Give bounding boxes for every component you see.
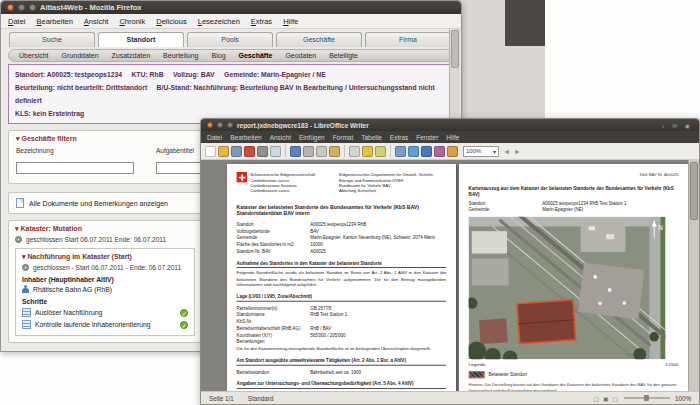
menu-item[interactable]: Chronik: [119, 17, 145, 26]
print-icon[interactable]: [257, 146, 268, 157]
menu-item[interactable]: Fenster: [416, 134, 438, 141]
minimize-icon[interactable]: [217, 122, 223, 128]
map-note: Hinweis: Die Darstellung basiert auf den…: [469, 382, 679, 391]
redo-icon[interactable]: [375, 146, 386, 157]
show-all-documents-link[interactable]: Alle Dokumente und Bemerkungen anzeigen: [29, 200, 168, 207]
back-arrow-icon[interactable]: ◄: [503, 148, 510, 155]
menu-item[interactable]: Hilfe: [446, 134, 459, 141]
main-tab-strip: Suche Standort Pools Geschäfte Firma: [1, 29, 461, 47]
minimize-icon[interactable]: [18, 4, 25, 11]
step-link[interactable]: Kontrolle laufende Inhaberorientierung: [35, 321, 176, 328]
tab-firma[interactable]: Firma: [365, 32, 451, 47]
writer-scrollbar[interactable]: [688, 160, 699, 391]
hyperlink-icon[interactable]: [408, 146, 419, 157]
menu-item[interactable]: Datei: [8, 17, 26, 26]
indicator-icons: ♪ ✉ ◉: [661, 122, 693, 129]
spellcheck-icon[interactable]: [290, 146, 301, 157]
scrollbar-thumb[interactable]: [690, 162, 698, 220]
zoom-select[interactable]: 100% ▾: [463, 146, 499, 157]
step-done-check-icon[interactable]: ✓: [180, 321, 188, 329]
maximize-icon[interactable]: [227, 122, 233, 128]
toolbar-separator: [344, 145, 345, 157]
chevron-down-icon: ▾: [493, 148, 496, 155]
open-icon[interactable]: [218, 146, 229, 157]
zoom-slider[interactable]: [624, 397, 670, 399]
row-label: Gemeinde: [237, 235, 311, 241]
table-icon[interactable]: [395, 146, 406, 157]
writer-menubar: DateiBearbeitenAnsichtEinfügenFormatTabe…: [201, 131, 699, 143]
tab-geschaefte[interactable]: Geschäfte: [276, 32, 362, 47]
subtab-beurteilung[interactable]: Beurteilung: [163, 52, 198, 59]
page-preview-icon[interactable]: [270, 146, 281, 157]
forward-arrow-icon[interactable]: ►: [514, 148, 521, 155]
export-pdf-icon[interactable]: [244, 146, 255, 157]
menu-item[interactable]: Bearbeiten: [37, 17, 73, 26]
subtab-geodaten[interactable]: Geodaten: [285, 52, 316, 59]
scrollbar-thumb[interactable]: [451, 30, 459, 68]
clone-formatting-icon[interactable]: [349, 146, 360, 157]
cut-icon[interactable]: [303, 146, 314, 157]
maximize-icon[interactable]: [29, 4, 36, 11]
menu-item[interactable]: Ansicht: [270, 134, 291, 141]
svg-text:N: N: [658, 223, 663, 230]
menu-item[interactable]: Einfügen: [299, 134, 325, 141]
menu-item[interactable]: Delicious: [156, 17, 186, 26]
menu-item[interactable]: Bearbeiten: [230, 134, 261, 141]
writer-titlebar[interactable]: report.jxdnebgwcre183 - LibreOffice Writ…: [201, 119, 699, 131]
navigator-icon[interactable]: [434, 146, 445, 157]
doc-row: Standort-Nr. BAVA00025: [237, 249, 447, 255]
menu-item[interactable]: Ansicht: [84, 17, 109, 26]
view-layout-icons[interactable]: ▢ ▣ ▢: [594, 395, 619, 402]
menu-item[interactable]: Datei: [207, 134, 222, 141]
undo-icon[interactable]: [362, 146, 373, 157]
window-title: report.jxdnebgwcre183 - LibreOffice Writ…: [237, 122, 657, 129]
menu-item[interactable]: Format: [333, 134, 354, 141]
page-style-indicator[interactable]: Standard: [248, 395, 274, 402]
tab-suche[interactable]: Suche: [9, 32, 95, 47]
subtab-blog[interactable]: Blog: [212, 52, 226, 59]
collapse-toggle-icon[interactable]: ▾: [16, 135, 20, 142]
collapse-toggle-icon[interactable]: ▾: [15, 225, 19, 232]
doc-row: Betriebsinhaberschaft (RhB AG)RhB / BAV: [237, 326, 447, 332]
row-value: A00025: [310, 249, 446, 255]
task-icon: [22, 320, 31, 329]
close-icon[interactable]: [7, 4, 14, 11]
subtab-uebersicht[interactable]: Übersicht: [19, 52, 49, 59]
kataster-panel-header[interactable]: ▾ Kataster: Mutation: [15, 225, 195, 233]
section-heading: Am Standort ausgeübte umweltrelevante Tä…: [237, 358, 447, 366]
swiss-flag-icon: [237, 172, 247, 182]
section-heading: Lage (LV03 / LV95, Zone/Abschnitt): [237, 293, 447, 301]
menu-item[interactable]: Tabelle: [361, 134, 382, 141]
tab-pools[interactable]: Pools: [187, 32, 273, 47]
firefox-scrollbar[interactable]: [449, 29, 460, 119]
paste-icon[interactable]: [329, 146, 340, 157]
step-done-check-icon[interactable]: ✓: [180, 309, 188, 317]
find-replace-icon[interactable]: [421, 146, 432, 157]
gallery-icon[interactable]: [447, 146, 458, 157]
doc-row: GemeindeMarin-Epagnier (NE): [469, 207, 679, 213]
subtab-beteiligte[interactable]: Beteiligte: [329, 52, 358, 59]
close-icon[interactable]: [207, 122, 213, 128]
menu-item[interactable]: Extras: [390, 134, 408, 141]
nachfuehrung-header[interactable]: ▾ Nachführung im Kataster (Start): [22, 253, 188, 261]
menu-item[interactable]: Extras: [251, 17, 272, 26]
confederation-lines: Schweizerische EidgenossenschaftConfédér…: [250, 172, 315, 194]
menu-item[interactable]: Hilfe: [283, 17, 298, 26]
bezeichnung-input[interactable]: [16, 162, 134, 174]
row-value: RhB / BAV: [310, 326, 446, 332]
subtab-grunddaten[interactable]: Grunddaten: [62, 52, 99, 59]
subtab-zusatzdaten[interactable]: Zusatzdaten: [112, 52, 151, 59]
tab-standort[interactable]: Standort: [98, 32, 184, 47]
menu-item[interactable]: Lesezeichen: [198, 17, 240, 26]
inhaber-label: Inhaber (Hauptinhaber AltlV): [22, 276, 188, 283]
collapse-toggle-icon[interactable]: ▾: [22, 253, 25, 260]
inhaber-link[interactable]: Rhätische Bahn AG (RhB): [33, 286, 112, 293]
new-document-icon[interactable]: [205, 146, 216, 157]
save-icon[interactable]: [231, 146, 242, 157]
subtab-geschaefte[interactable]: Geschäfte: [239, 52, 273, 59]
doc-row: Bemerkungen: [237, 339, 447, 345]
step-link[interactable]: Auslöser Nachführung: [35, 309, 176, 316]
copy-icon[interactable]: [316, 146, 327, 157]
firefox-titlebar[interactable]: Altlast4Web - Mozilla Firefox: [1, 1, 461, 14]
nachfuehrung-panel: ▾ Nachführung im Kataster (Start) geschl…: [15, 248, 195, 336]
